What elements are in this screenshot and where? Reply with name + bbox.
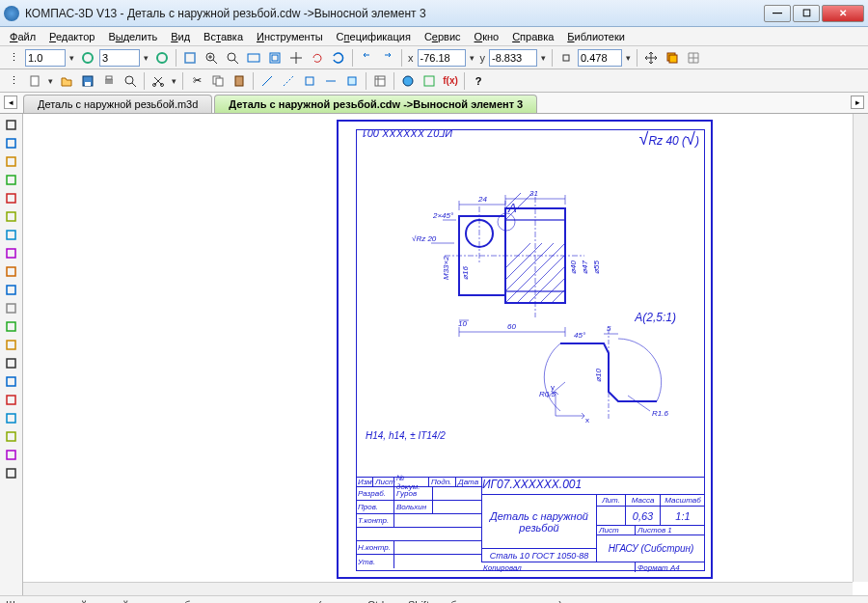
zoom-all-button[interactable] (265, 48, 285, 68)
svg-rect-24 (375, 76, 385, 86)
svg-rect-13 (85, 82, 91, 86)
scale-icon[interactable] (556, 48, 576, 68)
menu-справка[interactable]: Справка (506, 29, 559, 44)
tool-param-button[interactable] (2, 244, 21, 261)
paste-button[interactable] (230, 71, 249, 91)
menu-выделить[interactable]: Выделить (102, 29, 163, 44)
detail-label: А(2,5:1) (635, 311, 676, 324)
menu-сервис[interactable]: Сервис (419, 29, 467, 44)
redo-button[interactable] (378, 48, 397, 68)
zoom-dyn-button[interactable] (223, 48, 242, 68)
minimize-button[interactable]: — (764, 5, 791, 22)
tool-edit-button[interactable] (2, 226, 21, 243)
menu-инструменты[interactable]: Инструменты (251, 29, 329, 44)
menu-редактор[interactable]: Редактор (43, 29, 100, 44)
svg-rect-11 (31, 76, 39, 86)
menu-библиотеки[interactable]: Библиотеки (561, 29, 631, 44)
style3-button[interactable] (300, 71, 319, 91)
svg-rect-37 (7, 304, 15, 313)
y-dropdown[interactable]: ▾ (539, 53, 548, 63)
style5-button[interactable] (342, 71, 362, 91)
layers-button[interactable] (663, 48, 682, 68)
tool-spec-button[interactable] (2, 281, 21, 298)
tool-cursor-button[interactable] (2, 116, 21, 133)
tool-line-button[interactable] (2, 134, 21, 151)
preview-button[interactable] (121, 71, 140, 91)
lib-button[interactable] (398, 71, 418, 91)
svg-point-16 (125, 76, 133, 84)
tool-geom-button[interactable] (2, 152, 21, 170)
scrollbar-vertical[interactable] (853, 114, 868, 582)
x-coord-input[interactable] (418, 49, 466, 67)
tool-symbol-button[interactable] (2, 372, 21, 390)
scale-input[interactable] (578, 49, 622, 67)
cut2-button[interactable]: ✂ (187, 71, 206, 91)
canvas[interactable]: ИГ07.XXXXXX.001 √Rz 40 (√) (23, 114, 868, 595)
tool-frame-button[interactable] (2, 464, 21, 481)
menu-вставка[interactable]: Вставка (198, 29, 249, 44)
refresh-button[interactable] (329, 48, 348, 68)
cut-dropdown[interactable]: ▾ (170, 76, 178, 86)
fx-button[interactable]: f(x) (441, 71, 460, 91)
state-fwd-button[interactable] (152, 48, 172, 68)
print-button[interactable] (99, 71, 119, 91)
tool-measure-button[interactable] (2, 262, 21, 280)
new-dropdown[interactable]: ▾ (46, 76, 55, 86)
style4-button[interactable] (321, 71, 340, 91)
tool-report-button[interactable] (2, 299, 21, 316)
move-button[interactable] (641, 48, 661, 68)
scrollbar-horizontal[interactable] (23, 582, 853, 595)
style1-button[interactable] (258, 71, 277, 91)
state-input[interactable] (99, 49, 140, 67)
svg-rect-27 (7, 121, 15, 129)
svg-text:y: y (551, 383, 555, 392)
menu-файл[interactable]: Файл (4, 29, 41, 44)
close-button[interactable]: ✕ (822, 5, 864, 22)
state-back-button[interactable] (78, 48, 97, 68)
tool-break-button[interactable] (2, 354, 21, 371)
tool-layer-button[interactable] (2, 427, 21, 445)
svg-rect-41 (7, 377, 15, 386)
undo-button[interactable] (357, 48, 376, 68)
tab-drawing[interactable]: Деталь с наружной резьбой.cdw ->Выносной… (214, 95, 537, 113)
zoom-dropdown[interactable]: ▾ (68, 53, 76, 63)
y-coord-input[interactable] (489, 49, 537, 67)
tool-axis-button[interactable] (2, 446, 21, 463)
svg-rect-35 (7, 267, 15, 276)
props-button[interactable] (370, 71, 390, 91)
zoom-input[interactable] (25, 49, 66, 67)
help-button[interactable]: ? (469, 71, 488, 91)
tab-scroll-left[interactable]: ◂ (4, 96, 17, 109)
tool-dim-button[interactable] (2, 171, 21, 188)
maximize-button[interactable]: ☐ (793, 5, 820, 22)
tool-view-button[interactable] (2, 317, 21, 335)
rotate-button[interactable] (308, 48, 327, 68)
vars-button[interactable] (420, 71, 439, 91)
cut-button[interactable] (149, 71, 168, 91)
tab-scroll-right[interactable]: ▸ (851, 96, 864, 109)
tool-hatch-button[interactable] (2, 207, 21, 225)
pan-button[interactable] (286, 48, 306, 68)
svg-text:⌀40: ⌀40 (569, 260, 578, 274)
grid-button[interactable] (684, 48, 703, 68)
tool-text-button[interactable] (2, 189, 21, 206)
open-button[interactable] (57, 71, 76, 91)
menu-спецификация[interactable]: Спецификация (331, 29, 417, 44)
tool-ruler-button[interactable] (2, 336, 21, 353)
zoom-window-button[interactable] (180, 48, 200, 68)
tool-table-button[interactable] (2, 391, 21, 408)
copy-button[interactable] (208, 71, 228, 91)
save-button[interactable] (78, 71, 97, 91)
menu-окно[interactable]: Окно (469, 29, 505, 44)
svg-point-0 (83, 53, 93, 63)
style2-button[interactable] (279, 71, 298, 91)
x-dropdown[interactable]: ▾ (468, 53, 476, 63)
zoom-in-button[interactable] (202, 48, 221, 68)
state-dropdown[interactable]: ▾ (142, 53, 150, 63)
scale-dropdown[interactable]: ▾ (624, 53, 633, 63)
menu-вид[interactable]: Вид (165, 29, 196, 44)
tool-cut-button[interactable] (2, 409, 21, 426)
zoom-fit-button[interactable] (244, 48, 263, 68)
new-button[interactable] (25, 71, 44, 91)
tab-model[interactable]: Деталь с наружной резьбой.m3d (23, 95, 212, 113)
